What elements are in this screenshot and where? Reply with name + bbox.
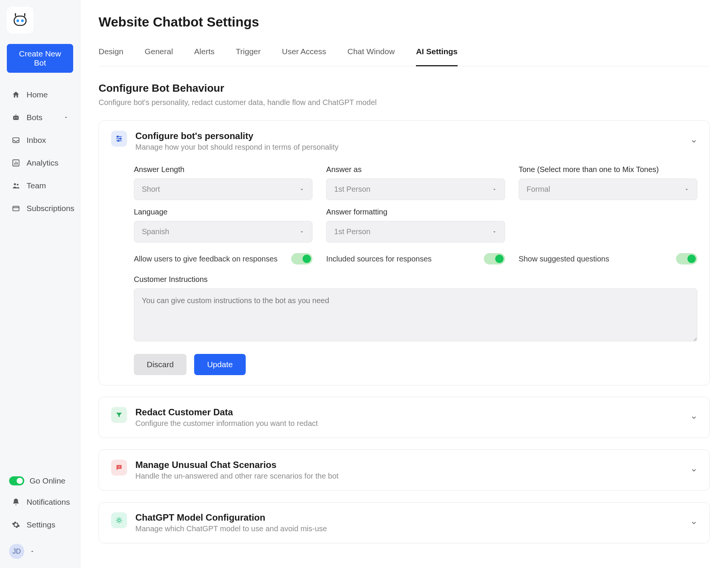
unusual-scenarios-panel: Manage Unusual Chat Scenarios Handle the… [99,449,710,491]
sidebar-item-label: Subscriptions [27,204,74,213]
feedback-toggle[interactable] [291,253,312,264]
tone-label: Tone (Select more than one to Mix Tones) [519,165,697,174]
sliders-icon [111,131,127,147]
chevron-down-icon[interactable] [690,467,697,474]
svg-point-6 [14,117,16,119]
settings-tabs: Design General Alerts Trigger User Acces… [99,42,710,66]
chevron-down-icon [299,229,304,235]
avatar: JD [9,544,24,559]
model-icon [111,512,127,528]
sidebar-item-subscriptions[interactable]: Subscriptions [7,198,73,219]
select-value: Formal [527,185,550,194]
team-icon [11,181,20,190]
sidebar-item-label: Notifications [27,498,70,507]
go-online-toggle[interactable]: Go Online [7,472,73,490]
bell-icon [11,498,20,507]
logo[interactable] [7,7,33,33]
go-online-label: Go Online [30,476,66,485]
sidebar-item-team[interactable]: Team [7,175,73,196]
chevron-up-icon [30,549,35,554]
main-content: Website Chatbot Settings Design General … [80,0,728,568]
select-value: 1st Person [334,185,370,194]
select-value: Spanish [142,227,169,236]
panel-title: ChatGPT Model Configuration [135,512,682,523]
sidebar-item-label: Home [27,90,48,99]
sidebar-bottom: Go Online Notifications Settings JD [7,472,73,561]
panel-header[interactable]: Configure bot's personality Manage how y… [111,131,697,152]
panel-title: Redact Customer Data [135,407,682,418]
svg-point-24 [118,466,119,468]
chevron-down-icon[interactable] [690,519,697,526]
model-config-panel: ChatGPT Model Configuration Manage which… [99,502,710,543]
bots-icon [11,113,20,122]
sidebar-item-label: Inbox [27,136,46,145]
suggested-toggle-label: Show suggested questions [519,255,609,263]
panel-header[interactable]: ChatGPT Model Configuration Manage which… [111,512,697,533]
inbox-icon [11,136,20,145]
sidebar-item-bots[interactable]: Bots [7,107,73,128]
svg-point-1 [24,13,26,15]
panel-title: Configure bot's personality [135,131,682,141]
home-icon [11,90,20,99]
svg-point-4 [21,19,24,22]
svg-rect-13 [17,162,18,164]
svg-point-25 [119,466,120,468]
sources-toggle[interactable] [484,253,505,264]
answer-formatting-label: Answer formatting [326,208,505,216]
customer-instructions-input[interactable] [134,288,697,341]
svg-point-7 [16,117,17,119]
section-subtitle: Configure bot's personality, redact cust… [99,98,710,107]
panel-subtitle: Manage which ChatGPT model to use and av… [135,524,682,533]
select-value: Short [142,185,160,194]
suggested-toggle[interactable] [676,253,697,264]
svg-point-22 [120,138,121,139]
answer-length-select[interactable]: Short [134,178,312,200]
create-new-bot-button[interactable]: Create New Bot [7,44,73,73]
sidebar: Create New Bot Home Bots Inbox [0,0,80,568]
sidebar-item-label: Bots [27,113,42,122]
tone-select[interactable]: Formal [519,178,697,200]
svg-point-3 [16,19,19,22]
chevron-down-icon [492,187,497,192]
svg-rect-5 [13,116,19,120]
chevron-down-icon[interactable] [690,414,697,421]
discard-button[interactable]: Discard [134,354,187,375]
language-select[interactable]: Spanish [134,221,312,243]
sidebar-item-label: Analytics [27,158,58,167]
answer-as-select[interactable]: 1st Person [326,178,505,200]
svg-point-21 [117,136,119,138]
chevron-down-icon [63,115,69,120]
sidebar-item-inbox[interactable]: Inbox [7,130,73,151]
svg-rect-11 [14,163,15,165]
update-button[interactable]: Update [194,354,246,375]
robot-logo-icon [12,12,28,28]
svg-point-0 [15,13,16,15]
user-menu[interactable]: JD [7,537,73,561]
svg-point-15 [17,184,19,186]
subscriptions-icon [11,204,20,213]
panel-title: Manage Unusual Chat Scenarios [135,460,682,470]
tab-user-access[interactable]: User Access [282,42,326,66]
sidebar-item-settings[interactable]: Settings [7,514,73,535]
page-title: Website Chatbot Settings [99,14,710,30]
answer-formatting-select[interactable]: 1st Person [326,221,505,243]
panel-header[interactable]: Manage Unusual Chat Scenarios Handle the… [111,460,697,480]
tab-alerts[interactable]: Alerts [194,42,215,66]
tab-design[interactable]: Design [99,42,123,66]
sidebar-item-home[interactable]: Home [7,84,73,105]
tab-ai-settings[interactable]: AI Settings [416,42,458,66]
tab-chat-window[interactable]: Chat Window [347,42,395,66]
sidebar-item-notifications[interactable]: Notifications [7,491,73,513]
chevron-down-icon [299,187,304,192]
toggle-switch[interactable] [9,476,24,485]
svg-rect-12 [16,161,16,164]
sidebar-item-label: Team [27,181,46,190]
chat-alert-icon [111,460,127,476]
tab-trigger[interactable]: Trigger [236,42,261,66]
sidebar-item-analytics[interactable]: Analytics [7,152,73,174]
primary-nav: Home Bots Inbox Analytics [7,84,73,219]
panel-header[interactable]: Redact Customer Data Configure the custo… [111,407,697,428]
panel-subtitle: Configure the customer information you w… [135,419,682,428]
chevron-down-icon[interactable] [690,138,697,145]
tab-general[interactable]: General [144,42,173,66]
